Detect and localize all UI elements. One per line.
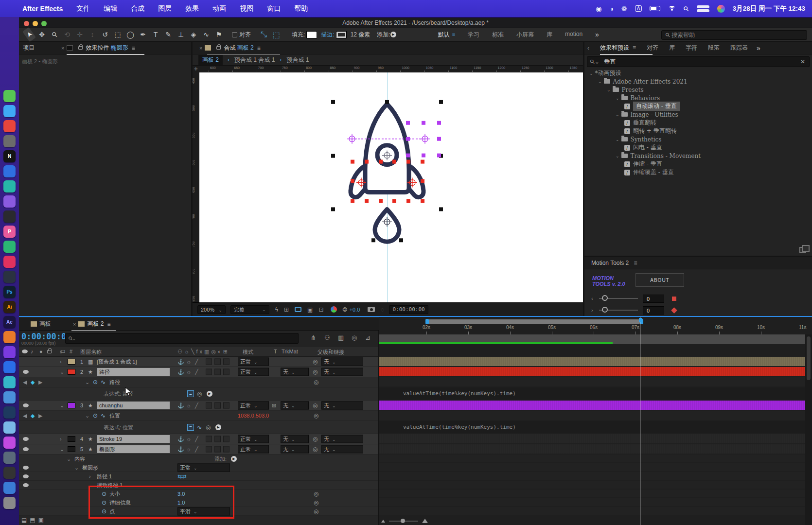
add-menu-icon[interactable]: ▶ — [231, 456, 237, 462]
property-row[interactable]: 表达式: 路径=◎▶ — [19, 387, 378, 401]
input-source-icon[interactable]: A — [635, 5, 642, 12]
parent-pickwhip-icon[interactable]: ◎ — [313, 402, 318, 409]
trkmat-dropdown[interactable]: 无⌄ — [281, 435, 309, 443]
keyframe-icon[interactable]: ◆ — [31, 413, 35, 419]
expand-arrow-icon[interactable]: ⌄ — [60, 402, 64, 409]
dock-icon[interactable] — [3, 361, 16, 373]
layer-row[interactable]: ⌄5★椭圆形⚓☼╱正常⌄无⌄◎无⌄ — [19, 444, 378, 455]
stroke-width[interactable]: 12 像素 — [351, 31, 371, 39]
track-area[interactable]: valueAtTime(time%key(numKeys).time)value… — [379, 317, 812, 525]
group-name[interactable]: 椭圆形 — [82, 464, 98, 471]
tree-item-label[interactable]: Transitions - Movement — [631, 153, 701, 159]
mode-dropdown[interactable]: 正常⌄ — [238, 445, 269, 454]
expand-arrow-icon[interactable]: ⌄ — [60, 446, 64, 453]
moon-status-icon[interactable]: ◑ — [610, 5, 614, 13]
parent-pickwhip-icon[interactable]: ◎ — [313, 446, 318, 453]
playhead-handle[interactable] — [639, 318, 642, 322]
resolution-dropdown[interactable]: 完整⌄ — [230, 305, 269, 314]
trkmat-dropdown[interactable]: 无⌄ — [281, 445, 309, 454]
tree-item[interactable]: ƒ闪电 - 垂直 — [584, 143, 812, 152]
property-name[interactable]: 位置 — [109, 412, 120, 420]
control-center-icon[interactable] — [697, 5, 709, 12]
dock-icon[interactable] — [3, 406, 16, 419]
breadcrumb-item[interactable]: 预合成 1 合成 1 — [234, 56, 275, 64]
tree-item-label[interactable]: 伸缩 - 垂直 — [633, 160, 662, 168]
parent-dropdown[interactable]: 无⌄ — [321, 435, 363, 443]
quality-switch-icon[interactable]: ╱ — [195, 369, 198, 375]
track-row[interactable] — [379, 455, 805, 462]
property-row[interactable]: ◀◆▶⌄⊙∿路径◎ — [19, 377, 378, 387]
chevron-down-icon[interactable]: ⌄ — [598, 79, 602, 84]
visibility-eye-icon[interactable] — [23, 483, 29, 487]
dock-icon[interactable] — [3, 497, 16, 509]
switch-box[interactable] — [223, 402, 229, 409]
layer-name[interactable]: chuanghu — [97, 402, 170, 409]
align-checkbox[interactable] — [232, 32, 237, 37]
track-matte-icon[interactable]: ⤡ — [261, 30, 267, 39]
brush-tool[interactable]: ✎ — [162, 31, 175, 38]
collapse-switch-icon[interactable]: ☼ — [186, 359, 191, 365]
dock-icon[interactable]: Ae — [3, 316, 16, 328]
visibility-eye-icon[interactable] — [23, 370, 29, 374]
slider-track[interactable] — [599, 298, 638, 299]
dock-icon[interactable] — [3, 467, 16, 479]
anchor-switch-icon[interactable]: ⚓ — [177, 436, 184, 442]
trkmat-dropdown[interactable]: 无⌄ — [281, 402, 309, 410]
tree-item-label[interactable]: Behaviors — [631, 95, 660, 102]
breadcrumb-item[interactable]: 预合成 1 — [286, 56, 309, 64]
expand-arrow-icon[interactable]: › — [60, 359, 62, 365]
show-snapshot-icon[interactable]: ◌ — [381, 306, 384, 313]
snapshot-icon[interactable] — [368, 307, 375, 312]
layer-name[interactable]: 椭圆形 — [97, 445, 170, 453]
track-bar[interactable] — [379, 434, 805, 443]
fast-previews-icon[interactable]: ϟ — [275, 306, 278, 313]
panel-menu-icon[interactable]: ≡ — [634, 260, 637, 266]
graph-icon[interactable]: ∿ — [101, 412, 106, 419]
collapse-switch-icon[interactable]: ☼ — [186, 446, 191, 452]
slider-handle[interactable] — [602, 295, 608, 301]
tab-composition[interactable]: 合成 画板 2 — [224, 44, 253, 52]
frame-blending-icon[interactable]: ▥ — [338, 334, 344, 341]
workspace-menu-icon[interactable]: ≡ — [452, 32, 455, 37]
wifi-icon[interactable] — [668, 6, 676, 12]
dock-icon[interactable] — [3, 482, 16, 494]
switch-box[interactable] — [223, 359, 229, 365]
expand-arrow-icon[interactable]: ⌄ — [74, 464, 79, 471]
channel-icon[interactable] — [331, 306, 337, 313]
presets-search-input[interactable]: ⚲⌄ 垂直 ✕ — [587, 56, 810, 67]
expand-arrow-icon[interactable]: ⌄ — [67, 455, 71, 462]
dock-icon[interactable] — [3, 105, 16, 117]
pickwhip-icon[interactable]: ◎ — [314, 412, 318, 419]
blend-mode-dropdown[interactable]: 正常⌄ — [177, 463, 230, 472]
workspace-默认[interactable]: 默认≡ — [438, 31, 455, 39]
dock-icon[interactable]: N — [3, 150, 16, 162]
menubar-item-编辑[interactable]: 编辑 — [104, 4, 117, 13]
dock-icon[interactable] — [3, 195, 16, 208]
exposure-icon[interactable]: ❂ — [343, 306, 348, 313]
menubar-item-视图[interactable]: 视图 — [240, 4, 253, 13]
dock-icon[interactable]: P — [3, 226, 16, 238]
dock-icon[interactable] — [3, 165, 16, 177]
add-menu-icon[interactable]: ▶ — [390, 32, 396, 37]
menubar-item-动画[interactable]: 动画 — [212, 4, 226, 13]
timeline-pane-toggles[interactable]: ⬓⬒▣ — [21, 517, 47, 524]
stopwatch-icon[interactable]: ⊙ — [93, 412, 98, 419]
next-keyframe-icon[interactable]: ▶ — [38, 413, 42, 419]
visibility-eye-icon[interactable] — [23, 403, 29, 407]
property-row[interactable]: ◀◆▶⌄⊙∿位置1038.0,503.0◎ — [19, 411, 378, 421]
panel-menu-icon[interactable]: ≡ — [107, 321, 110, 328]
composition-canvas[interactable] — [199, 72, 583, 302]
tree-item-label[interactable]: 自动滚动 - 垂直 — [633, 102, 680, 111]
property-name[interactable]: 路径 — [109, 379, 120, 386]
tab-跟踪器[interactable]: 跟踪器 — [730, 44, 748, 52]
current-timecode[interactable]: 0:00:00:00 — [21, 332, 71, 341]
track-row[interactable] — [379, 463, 805, 471]
ruler-origin-icon[interactable]: ✛ — [193, 66, 199, 72]
slider-handle[interactable] — [602, 307, 608, 313]
property-row[interactable]: ⌄椭圆形正常⌄ — [19, 463, 378, 472]
layer-row[interactable]: ⌄3★chuanghu⚓☼╱正常⌄⊠无⌄◎无⌄ — [19, 401, 378, 411]
expand-arrow-icon[interactable]: › — [60, 436, 62, 442]
spotlight-icon[interactable]: ⚲ — [682, 4, 691, 13]
rotate-tool[interactable]: ↺ — [99, 31, 111, 38]
layer-name[interactable]: 路径 — [97, 368, 170, 376]
